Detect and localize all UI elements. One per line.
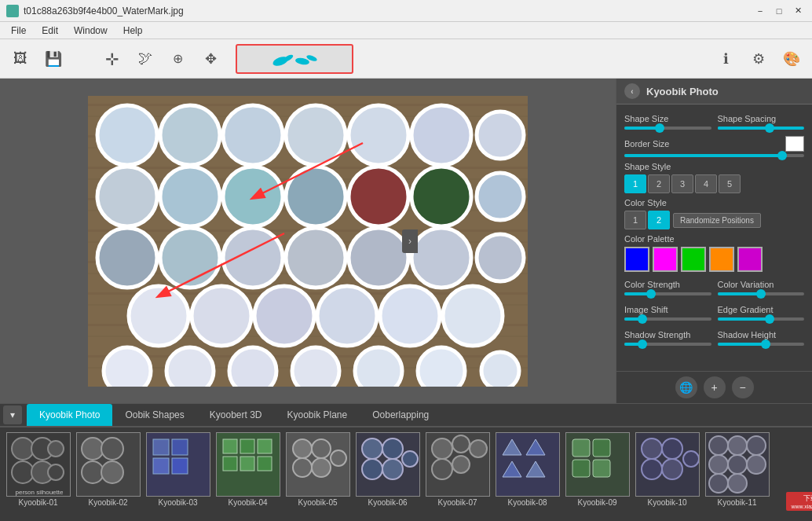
svg-point-9: [97, 105, 157, 165]
settings-button[interactable]: ⚙: [744, 45, 773, 73]
thumb-label-03: Kyoobik-03: [158, 498, 197, 507]
thumbnail-kyoobik-08[interactable]: Kyoobik-08: [494, 432, 561, 517]
svg-point-113: [728, 474, 747, 493]
window-controls: − □ ✕: [752, 3, 806, 19]
border-size-slider[interactable]: [624, 154, 804, 157]
svg-point-36: [104, 347, 151, 387]
thumb-label-11: Kyoobik-11: [717, 498, 756, 507]
edge-gradient-slider[interactable]: [718, 317, 805, 321]
thumbnail-kyoobik-06[interactable]: Kyoobik-06: [354, 432, 421, 517]
minimize-button[interactable]: −: [752, 3, 768, 19]
tabs-bar: ▾ Kyoobik Photo Oobik Shapes Kyoobert 3D…: [0, 403, 812, 427]
color-style-1[interactable]: 1: [624, 211, 646, 229]
shape-style-3[interactable]: 3: [671, 174, 693, 193]
svg-point-108: [747, 436, 766, 455]
menu-file[interactable]: File: [3, 24, 34, 38]
svg-point-10: [160, 105, 220, 165]
svg-rect-89: [496, 433, 560, 497]
shape-spacing-slider[interactable]: [718, 127, 805, 130]
svg-point-106: [709, 436, 728, 455]
panel-toggle-button[interactable]: ‹: [624, 83, 640, 99]
app-icon: [6, 5, 19, 17]
svg-point-102: [642, 459, 662, 479]
maximize-button[interactable]: □: [771, 3, 787, 19]
svg-point-49: [48, 441, 64, 457]
svg-point-40: [355, 347, 402, 387]
thumbnail-kyoobik-10[interactable]: Kyoobik-10: [634, 432, 700, 517]
panel-collapse-button[interactable]: ›: [402, 229, 418, 253]
image-shift-slider[interactable]: [624, 317, 711, 321]
shadow-strength-label: Shadow Strength: [624, 330, 711, 339]
tab-kyoobik-plane[interactable]: Kyoobik Plane: [274, 404, 360, 426]
svg-point-86: [470, 440, 487, 457]
thumbnail-kyoobik-02[interactable]: Kyoobik-02: [75, 432, 141, 517]
bird-button[interactable]: 🕊: [131, 45, 159, 73]
panel-add-button[interactable]: +: [704, 376, 726, 398]
panel-icon-1[interactable]: 🌐: [675, 376, 697, 398]
menu-help[interactable]: Help: [115, 24, 151, 38]
svg-point-101: [662, 438, 682, 459]
svg-point-14: [411, 105, 471, 165]
thumbnail-kyoobik-01[interactable]: person silhouette Kyoobik-01: [5, 432, 71, 517]
svg-point-79: [382, 438, 403, 459]
svg-point-27: [349, 228, 408, 288]
thumbnail-kyoobik-05[interactable]: Kyoobik-05: [284, 432, 351, 517]
shape-style-5[interactable]: 5: [719, 174, 741, 193]
tab-kyoobik-photo[interactable]: Kyoobik Photo: [27, 404, 112, 426]
svg-point-88: [452, 456, 470, 473]
shape-style-2[interactable]: 2: [648, 174, 670, 193]
thumbnail-kyoobik-11[interactable]: Kyoobik-11: [704, 432, 770, 517]
move-button[interactable]: ✥: [197, 45, 225, 73]
color-variation-slider[interactable]: [718, 292, 805, 295]
save-icon: 💾: [45, 50, 62, 68]
color-palette-label: Color Palette: [624, 234, 804, 244]
thumb-label-09: Kyoobik-09: [577, 498, 616, 507]
menu-edit[interactable]: Edit: [34, 24, 66, 38]
info-button[interactable]: ℹ: [711, 45, 740, 73]
palette-green[interactable]: [681, 247, 706, 272]
tab-arrow-icon: ▾: [10, 409, 15, 420]
palette-purple[interactable]: [737, 247, 763, 272]
svg-point-50: [12, 461, 34, 483]
settings-icon: ⚙: [752, 50, 765, 68]
svg-point-58: [101, 461, 123, 483]
svg-point-107: [728, 436, 747, 455]
thumbnail-kyoobik-04[interactable]: Kyoobik-04: [214, 432, 281, 517]
shadow-strength-slider[interactable]: [624, 343, 711, 346]
shadow-height-slider[interactable]: [718, 343, 805, 346]
svg-point-20: [349, 167, 408, 226]
shape-size-slider[interactable]: [624, 127, 711, 130]
tab-oobik-shapes[interactable]: Oobik Shapes: [112, 404, 196, 426]
shape-style-1[interactable]: 1: [624, 174, 646, 193]
svg-point-80: [362, 459, 382, 479]
svg-point-34: [380, 286, 440, 346]
thumbnail-kyoobik-09[interactable]: Kyoobik-09: [564, 432, 631, 517]
svg-point-52: [48, 464, 64, 480]
panel-remove-button[interactable]: −: [732, 376, 754, 398]
svg-point-100: [642, 438, 662, 459]
thumbnail-kyoobik-07[interactable]: Kyoobik-07: [424, 432, 491, 517]
close-button[interactable]: ✕: [790, 3, 806, 19]
shape-style-4[interactable]: 4: [695, 174, 717, 193]
paint-button[interactable]: 🎨: [777, 45, 806, 73]
save-button[interactable]: 💾: [39, 45, 68, 73]
menu-window[interactable]: Window: [66, 24, 115, 38]
palette-orange[interactable]: [709, 247, 734, 272]
thumbnail-kyoobik-03[interactable]: Kyoobik-03: [144, 432, 211, 517]
border-color-swatch[interactable]: [785, 136, 804, 152]
svg-point-35: [443, 286, 503, 346]
info-icon: ℹ: [723, 50, 729, 68]
svg-point-56: [101, 438, 123, 460]
randomize-button[interactable]: Randomize Positions: [673, 213, 761, 228]
tab-kyoobert-3d[interactable]: Kyoobert 3D: [197, 404, 275, 426]
tab-ooberlapping[interactable]: Ooberlapping: [360, 404, 441, 426]
color-strength-slider[interactable]: [624, 292, 711, 295]
crop-button[interactable]: ⊹: [98, 45, 126, 73]
color-style-2[interactable]: 2: [648, 211, 670, 229]
image-button[interactable]: 🖼: [6, 45, 35, 73]
palette-magenta[interactable]: [653, 247, 678, 272]
zoom-in-button[interactable]: ⊕: [164, 45, 192, 73]
shape-preview-svg: [271, 47, 318, 71]
palette-blue[interactable]: [624, 247, 649, 272]
tab-scroll-arrow[interactable]: ▾: [3, 405, 22, 424]
